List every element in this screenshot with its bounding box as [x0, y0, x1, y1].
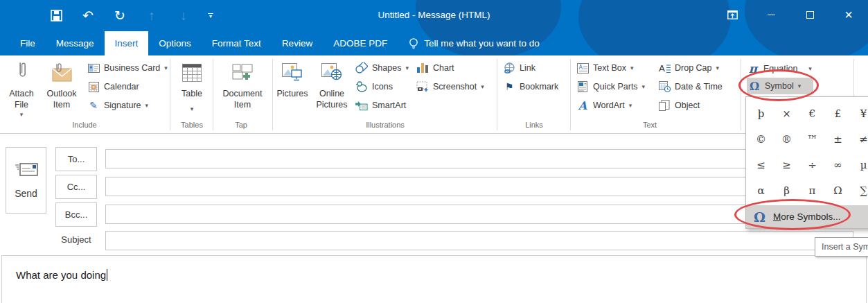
- symbol-euro[interactable]: €: [799, 101, 825, 126]
- group-separator: [497, 59, 497, 130]
- table-button[interactable]: Table ▾: [173, 58, 211, 119]
- symbol-pound[interactable]: £: [825, 101, 851, 126]
- symbol-micro[interactable]: µ: [851, 152, 868, 178]
- symbol-registered[interactable]: ®: [774, 126, 799, 152]
- calendar-button[interactable]: Calendar: [87, 78, 139, 95]
- link-button[interactable]: Link: [503, 60, 535, 76]
- ribbon-display-options-icon: [727, 10, 738, 19]
- lightbulb-icon: [409, 37, 418, 50]
- icons-button[interactable]: Icons: [355, 78, 393, 95]
- group-separator: [213, 59, 213, 130]
- maximize-icon: [806, 11, 814, 19]
- to-field[interactable]: [105, 149, 853, 168]
- smartart-button[interactable]: SmartArt: [355, 97, 406, 114]
- screenshot-button[interactable]: Screenshot ▾: [416, 78, 484, 95]
- symbol-omega-icon: Ω: [748, 80, 761, 93]
- wordart-button[interactable]: A WordArt ▾: [576, 97, 632, 114]
- maximize-button[interactable]: [790, 0, 829, 29]
- tab-adobe-pdf[interactable]: ADOBE PDF: [323, 31, 398, 55]
- bookmark-button[interactable]: ⚑ Bookmark: [503, 78, 558, 95]
- symbol-thorn[interactable]: þ: [748, 101, 774, 126]
- outlook-message-window: ↶ ↻ ↑ ↓ ▾ Untitled - Message (HTML) × Fi…: [0, 0, 868, 303]
- signature-button[interactable]: ✎ Signature ▾: [87, 97, 148, 114]
- save-button[interactable]: [48, 8, 64, 24]
- bcc-button[interactable]: Bcc...: [55, 202, 97, 227]
- symbol-button[interactable]: Ω Symbol ▾: [747, 78, 813, 94]
- group-label-tap: Tap: [235, 121, 247, 129]
- group-label-illustrations: Illustrations: [366, 121, 405, 129]
- tab-file[interactable]: File: [10, 31, 46, 55]
- tab-options[interactable]: Options: [148, 31, 202, 55]
- business-card-button[interactable]: Business Card ▾: [87, 60, 168, 76]
- tab-format-text[interactable]: Format Text: [202, 31, 272, 55]
- bcc-field[interactable]: [105, 205, 853, 224]
- smartart-icon: [355, 101, 368, 111]
- chart-button[interactable]: Chart: [416, 60, 454, 76]
- outlook-item-button[interactable]: Outlook Item: [42, 58, 82, 119]
- shapes-button[interactable]: Shapes ▾: [355, 60, 409, 76]
- more-symbols-item[interactable]: Ω More Symbols...: [746, 205, 868, 228]
- subject-field[interactable]: [105, 231, 853, 250]
- symbol-trademark[interactable]: ™: [799, 126, 825, 152]
- send-envelope-icon: [15, 162, 38, 178]
- symbol-divide[interactable]: ÷: [799, 152, 825, 178]
- tab-insert[interactable]: Insert: [105, 31, 149, 55]
- equation-pi-icon: π: [747, 62, 759, 76]
- document-item-button[interactable]: Document Item: [216, 58, 269, 119]
- redo-button[interactable]: ↻: [112, 8, 127, 24]
- chart-label: Chart: [433, 63, 454, 73]
- tell-me-box[interactable]: Tell me what you want to do: [409, 31, 540, 55]
- text-box-button[interactable]: A Text Box ▾: [576, 60, 633, 76]
- minimize-button[interactable]: [752, 0, 790, 29]
- symbol-yen[interactable]: ¥: [851, 101, 868, 126]
- close-button[interactable]: ×: [829, 0, 868, 29]
- screenshot-icon: [416, 81, 429, 92]
- date-time-button[interactable]: Date & Time: [658, 78, 723, 95]
- symbol-plus-minus[interactable]: ±: [825, 126, 851, 152]
- calendar-label: Calendar: [104, 82, 139, 92]
- ribbon-tab-row: File Message Insert Options Format Text …: [0, 31, 868, 55]
- online-pictures-button[interactable]: Online Pictures: [312, 58, 352, 119]
- redo-icon: ↻: [114, 9, 125, 22]
- group-label-links: Links: [525, 121, 543, 129]
- symbol-alpha[interactable]: α: [748, 178, 774, 203]
- group-label-include: Include: [72, 121, 96, 129]
- undo-button[interactable]: ↶: [80, 8, 96, 24]
- symbol-greater-equal[interactable]: ≥: [774, 152, 799, 178]
- save-icon: [51, 10, 62, 21]
- undo-icon: ↶: [82, 9, 94, 22]
- quick-parts-button[interactable]: Quick Parts ▾: [576, 78, 645, 95]
- tab-message[interactable]: Message: [46, 31, 105, 55]
- wordart-label: WordArt: [593, 101, 625, 110]
- symbol-omega[interactable]: Ω: [825, 178, 851, 203]
- dropdown-arrow-icon: ▾: [481, 83, 484, 90]
- dropdown-arrow-icon: ▾: [145, 102, 149, 109]
- date-time-icon: [658, 81, 671, 92]
- symbol-beta[interactable]: β: [774, 178, 799, 203]
- send-button[interactable]: Send: [6, 147, 46, 214]
- symbol-copyright[interactable]: ©: [748, 126, 774, 152]
- symbol-pi[interactable]: π: [799, 178, 825, 203]
- equation-button[interactable]: π Equation ▾: [747, 60, 817, 77]
- attach-file-button[interactable]: Attach File ▾: [3, 58, 40, 119]
- link-label: Link: [520, 63, 535, 73]
- group-label-tables: Tables: [181, 121, 203, 129]
- tab-review[interactable]: Review: [272, 31, 323, 55]
- symbol-sum[interactable]: ∑: [851, 178, 868, 203]
- symbol-infinity[interactable]: ∞: [825, 152, 851, 178]
- message-body[interactable]: What are you doing: [1, 255, 867, 303]
- customize-quick-access-toolbar-button[interactable]: ▾: [208, 13, 213, 19]
- symbol-not-equal[interactable]: ≠: [851, 126, 868, 152]
- symbol-multiply[interactable]: ×: [774, 101, 799, 126]
- ribbon-display-options-button[interactable]: [713, 0, 752, 29]
- cc-field[interactable]: [105, 177, 853, 196]
- cc-button[interactable]: Cc...: [55, 175, 97, 199]
- drop-cap-button[interactable]: A Drop Cap ▾: [658, 60, 719, 76]
- text-box-label: Text Box: [593, 63, 626, 73]
- table-icon: [182, 61, 202, 85]
- to-button[interactable]: To...: [55, 147, 97, 171]
- date-time-label: Date & Time: [675, 82, 723, 92]
- pictures-button[interactable]: Pictures: [275, 58, 310, 119]
- object-button[interactable]: Object: [658, 97, 700, 114]
- symbol-less-equal[interactable]: ≤: [748, 152, 774, 178]
